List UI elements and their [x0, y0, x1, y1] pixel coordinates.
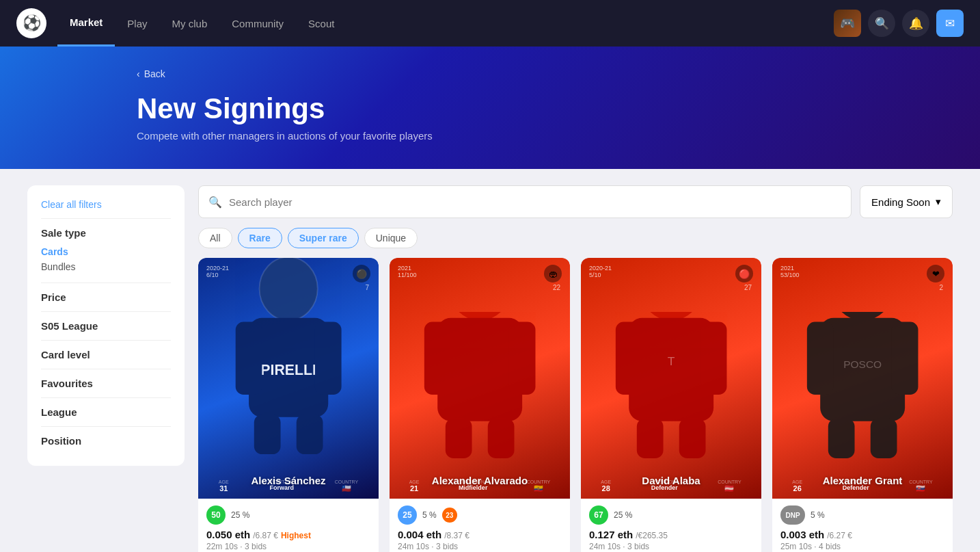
player-name-1: Alexander Alvarado — [432, 475, 528, 486]
price-eth-2: 0.127 eth — [589, 529, 633, 540]
card-score-row-3: DNP 5 % — [780, 505, 944, 525]
card-info-3: DNP 5 % 0.003 eth /6.27 € 25m 10s · 4 bi… — [772, 499, 953, 552]
card-score-row-2: 67 25 % — [589, 505, 753, 525]
back-link[interactable]: ‹ Back — [137, 68, 843, 79]
nav-link-community[interactable]: Community — [219, 0, 296, 47]
card-image-2: 2020-21 5/10 🔴 27 T — [581, 258, 761, 499]
card-score-row-0: 50 25 % — [206, 505, 370, 525]
notification-button[interactable]: 🔔 — [902, 10, 929, 37]
price-eth-3: 0.003 eth — [780, 529, 824, 540]
bids-row-1: 24m 10s · 3 bids — [398, 542, 562, 551]
navbar: ⚽ Market Play My club Community Scout 🎮 … — [0, 0, 980, 47]
svg-rect-28 — [871, 419, 897, 458]
search-button[interactable]: 🔍 — [868, 10, 895, 37]
svg-text:T: T — [668, 355, 675, 369]
sale-type-cards[interactable]: Cards — [41, 244, 171, 259]
player-name-0: Alexis Sánchez — [251, 475, 325, 486]
card-name-block-3: Alexander Grant — [823, 475, 903, 486]
nav-logo[interactable]: ⚽ — [16, 8, 46, 38]
nav-link-play[interactable]: Play — [115, 0, 159, 47]
player-name-2: David Alaba — [642, 475, 700, 486]
player-card-3[interactable]: 2021 53/100 ❤ 2 POSCO — [772, 258, 953, 552]
pill-rare[interactable]: Rare — [238, 228, 282, 248]
sidebar-divider-5 — [41, 397, 171, 398]
player-figure-2: T — [592, 312, 750, 461]
user-avatar[interactable]: 🎮 — [834, 10, 861, 37]
nav-link-myclub[interactable]: My club — [160, 0, 220, 47]
card-info-1: 25 5 % 23 0.004 eth /8.37 € 24m 10s · 3 … — [390, 499, 570, 552]
pct-1: 5 % — [422, 510, 437, 520]
card-season-3: 2021 53/100 — [780, 265, 800, 278]
nav-link-market[interactable]: Market — [57, 0, 115, 47]
clear-filters-button[interactable]: Clear all filters — [41, 199, 171, 210]
filter-pills-row: All Rare Super rare Unique — [198, 228, 953, 248]
main-layout: Clear all filters Sale type Cards Bundle… — [0, 169, 980, 552]
back-chevron-icon: ‹ — [137, 68, 140, 79]
card-season-1: 2021 11/100 — [398, 265, 417, 278]
svg-rect-9 — [424, 322, 451, 395]
svg-rect-12 — [488, 419, 515, 458]
player-figure-1 — [400, 312, 559, 461]
card-name-block-1: Alexander Alvarado — [432, 475, 528, 486]
search-container[interactable]: 🔍 — [198, 185, 852, 218]
price-row-0: 0.050 eth /6.87 € Highest — [206, 529, 370, 540]
card-score-row-1: 25 5 % 23 — [398, 505, 562, 525]
cards-grid: 2020-21 6/10 ⚫ 7 PIRELLI — [198, 258, 953, 552]
price-fiat-2: /€265.35 — [636, 531, 668, 540]
svg-text:PIRELLI: PIRELLI — [260, 362, 316, 378]
card-serial-1: 22 — [553, 284, 560, 291]
card-info-2: 67 25 % 0.127 eth /€265.35 24m 10s · 3 b… — [581, 499, 761, 552]
player-figure-0: PIRELLI — [209, 312, 368, 461]
pct-3: 5 % — [811, 510, 825, 520]
extra-badge-1: 23 — [442, 508, 457, 523]
filter-title-sale-type: Sale type — [41, 227, 171, 239]
pill-unique[interactable]: Unique — [364, 228, 418, 248]
filter-title-league: S05 League — [41, 320, 171, 332]
message-button[interactable]: ✉ — [936, 10, 964, 37]
search-input[interactable] — [229, 196, 841, 208]
card-info-0: 50 25 % 0.050 eth /6.87 € Highest 22m 10… — [198, 499, 379, 552]
card-image-0: 2020-21 6/10 ⚫ 7 PIRELLI — [198, 258, 379, 499]
player-card-1[interactable]: 2021 11/100 🏟 22 — [390, 258, 570, 552]
filter-title-card-level: Card level — [41, 349, 171, 360]
sidebar-divider-0 — [41, 218, 171, 219]
svg-rect-26 — [892, 322, 918, 395]
price-eth-1: 0.004 eth — [398, 529, 441, 540]
content-area: 🔍 Ending Soon ▾ All Rare Super rare Uniq… — [198, 185, 953, 552]
card-image-1: 2021 11/100 🏟 22 — [390, 258, 570, 499]
pct-0: 25 % — [231, 510, 249, 520]
sale-type-bundles[interactable]: Bundles — [41, 259, 171, 274]
card-club-icon-2: 🔴 — [735, 265, 753, 282]
svg-text:POSCO: POSCO — [843, 359, 882, 371]
player-card-0[interactable]: 2020-21 6/10 ⚫ 7 PIRELLI — [198, 258, 379, 552]
player-card-2[interactable]: 2020-21 5/10 🔴 27 T — [581, 258, 761, 552]
card-season-2: 2020-21 5/10 — [589, 265, 612, 278]
card-serial-3: 2 — [939, 284, 943, 291]
search-icon: 🔍 — [208, 196, 222, 209]
svg-rect-19 — [637, 419, 664, 458]
nav-link-scout[interactable]: Scout — [296, 0, 346, 47]
svg-rect-20 — [679, 419, 706, 458]
pct-2: 25 % — [614, 510, 632, 520]
sidebar-divider-2 — [41, 311, 171, 312]
sidebar: Clear all filters Sale type Cards Bundle… — [27, 185, 185, 466]
filter-title-favourites: Favourites — [41, 378, 171, 389]
svg-rect-5 — [254, 415, 281, 454]
back-label: Back — [144, 68, 165, 79]
score-badge-0: 50 — [206, 505, 226, 525]
price-row-1: 0.004 eth /8.37 € — [398, 529, 562, 540]
pill-all[interactable]: All — [198, 228, 232, 248]
pill-super-rare[interactable]: Super rare — [288, 228, 359, 248]
player-name-3: Alexander Grant — [823, 475, 903, 486]
svg-rect-10 — [509, 322, 536, 395]
price-tag-0: Highest — [281, 531, 311, 540]
card-image-3: 2021 53/100 ❤ 2 POSCO — [772, 258, 953, 499]
sidebar-divider-4 — [41, 369, 171, 369]
player-figure-3: POSCO — [783, 312, 942, 461]
svg-rect-18 — [700, 322, 727, 395]
sort-button[interactable]: Ending Soon ▾ — [860, 185, 953, 218]
filter-title-league2: League — [41, 406, 171, 418]
page-subtitle: Compete with other managers in auctions … — [137, 130, 843, 142]
price-fiat-0: /6.87 € — [253, 531, 278, 540]
score-badge-1: 25 — [398, 505, 417, 525]
